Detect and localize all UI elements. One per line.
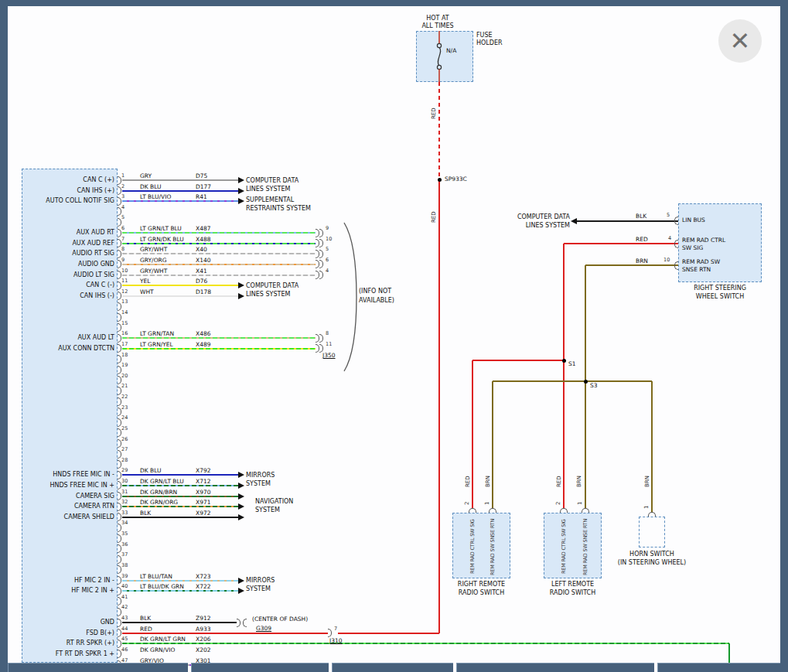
fuse-holder-label: FUSE (476, 32, 493, 39)
wire-color-label: BRN (576, 472, 583, 492)
wire-X40 (122, 253, 316, 254)
pin-number: 28 (121, 457, 132, 464)
pin-number: 7 (121, 236, 132, 243)
table-header-cell[interactable] (657, 663, 780, 672)
wire-rem-rad-ctrl-branch (472, 360, 564, 361)
wire-X792 (122, 474, 238, 476)
info-note: (INFO NOT (359, 288, 391, 295)
pin-label: AUX AUD REF (23, 240, 114, 247)
wire-arrow (238, 483, 244, 489)
wire-color-label: LT GRN/DK BLU (140, 236, 189, 243)
wire-color-label: YEL (140, 278, 189, 285)
table-header-cell[interactable] (191, 663, 329, 672)
wire-X206 (728, 643, 730, 663)
table-header-cell[interactable] (456, 663, 654, 672)
pin-number: 4 (121, 204, 132, 211)
wire-A933 (122, 633, 328, 634)
pin-number: 27 (121, 446, 132, 453)
pin-number: 45 (121, 636, 132, 643)
system-label-2: LINES SYSTEM (499, 222, 570, 230)
pin-number: 17 (121, 341, 132, 348)
wire-color-label: BRN (636, 258, 654, 264)
pin-number: 3 (121, 193, 132, 200)
pin-number: 6 (121, 225, 132, 232)
wire-color-label: DK GRN/VIO (140, 646, 189, 653)
pin-number: 11 (121, 278, 132, 285)
wire-color-label: WHT (140, 288, 189, 295)
connector-bracket (319, 229, 323, 237)
connector-bracket (319, 271, 323, 279)
fuse-holder-label-2: HOLDER (476, 39, 503, 47)
pin-label: FT RT DR SPKR 1 + (23, 650, 114, 658)
wire-X712 (122, 485, 238, 486)
wire-fused-feed-dashed (438, 82, 440, 178)
pin-number: 20 (121, 373, 132, 380)
splice-label-sp933c: SP933C (445, 176, 467, 183)
wire-color-label: GRY (140, 172, 189, 179)
wire-color-label: BRN (485, 472, 492, 492)
pin-number: 1 (121, 172, 132, 179)
wire-X972 (122, 517, 238, 518)
wire-Z912 (122, 622, 237, 623)
pin-label-rem-rad-ctrl-2: SW SIG (682, 244, 703, 252)
connector-bracket (319, 239, 323, 247)
wire-circuit-label: A933 (196, 626, 227, 633)
steering-switch-caption-2: WHEEL SWITCH (678, 293, 762, 301)
wire-X206 (122, 643, 729, 644)
wire-color-label: BLK (140, 615, 189, 622)
pin-number: 22 (121, 394, 132, 401)
wire-circuit-label: X970 (196, 489, 227, 496)
splice-label-s3: S3 (590, 382, 598, 390)
wire-X486 (122, 337, 316, 339)
wire-fused-feed (338, 633, 439, 634)
pin-number: 25 (121, 425, 132, 432)
wire-arrow (238, 188, 244, 194)
horn-switch-caption: HORN SWITCH (621, 551, 683, 558)
pin-label: CAN C (+) (23, 176, 114, 184)
wire-D75 (122, 179, 238, 181)
wire-color-label: RED (140, 626, 189, 633)
pin-number: 10 (121, 268, 132, 275)
wire-circuit-label: X712 (196, 478, 227, 485)
inline-connector-j310: J310 (329, 637, 343, 645)
table-header-cell[interactable] (332, 663, 453, 672)
mating-pin-number: 7 (334, 626, 342, 633)
pin-label: AUDIO RT SIG (23, 250, 114, 258)
wire-color-label: LT BLU/VIO (140, 193, 189, 200)
pin-number: 1 (484, 499, 490, 507)
pin-number: 2 (464, 499, 470, 507)
wire-circuit-label: X792 (196, 467, 227, 474)
pin-label-lin-bus: LIN BUS (682, 217, 705, 224)
table-header-cell[interactable] (8, 663, 188, 672)
pin-number: 1 (643, 503, 650, 511)
info-note-2: AVAILABLE) (359, 297, 394, 305)
wire-arrow-left (571, 218, 577, 224)
wire-circuit-label: D177 (196, 183, 227, 190)
wire-X41 (122, 275, 316, 276)
ground-connector-bracket (237, 619, 240, 627)
wire-color-label: BLK (140, 510, 189, 517)
hot-at-all-times-label-2: ALL TIMES (411, 22, 465, 30)
close-button[interactable]: ✕ (718, 19, 762, 63)
mating-pin-number: 6 (326, 257, 336, 264)
pin-number: 12 (121, 288, 132, 295)
connector-bracket (319, 260, 323, 268)
system-label: MIRRORS (246, 472, 362, 480)
pin-bracket (674, 240, 678, 248)
wire-circuit-label: Z912 (196, 615, 227, 622)
close-icon: ✕ (730, 29, 751, 53)
signal-label: REM RAD CTRL SW SIG (469, 517, 476, 577)
system-label: RESTRAINTS SYSTEM (246, 205, 362, 213)
pin-number: 21 (121, 383, 132, 390)
pin-label: CAN IHS (+) (23, 187, 114, 195)
pin-number: 46 (121, 646, 132, 653)
pin-number: 41 (121, 594, 132, 601)
pin-number: 14 (121, 309, 132, 316)
wire-color-label: BRN (644, 472, 651, 492)
pin-label: RT RR SPKR (+) (23, 640, 114, 647)
pin-bracket (560, 508, 568, 513)
wire-arrow (238, 503, 244, 510)
mating-pin-number: 5 (326, 246, 336, 253)
splice-dot-sp933c (438, 178, 442, 182)
pin-label: AUTO COLL NOTIF SIG (23, 197, 114, 205)
